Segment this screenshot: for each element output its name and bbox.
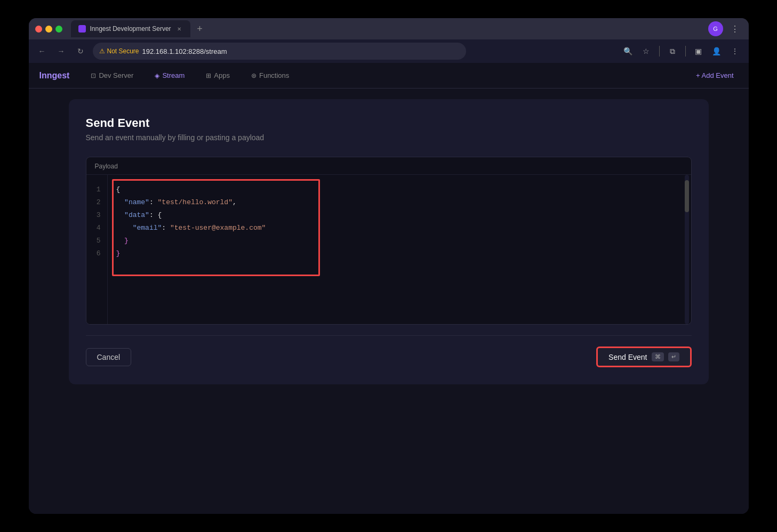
tab-bar: Inngest Development Server ✕ + — [71, 20, 704, 37]
scrollbar-thumb[interactable] — [685, 180, 689, 212]
browser-frame: Inngest Development Server ✕ + G ⋮ ← → ↻… — [29, 18, 749, 514]
new-tab-button[interactable]: + — [193, 21, 207, 36]
cancel-button[interactable]: Cancel — [86, 348, 132, 366]
security-warning: ⚠ Not Secure — [99, 47, 139, 55]
line-num-3: 3 — [93, 209, 101, 222]
code-editor[interactable]: 1 2 3 4 5 6 { — [86, 175, 691, 324]
active-tab[interactable]: Inngest Development Server ✕ — [71, 20, 190, 37]
title-bar: Inngest Development Server ✕ + G ⋮ — [29, 18, 749, 39]
payload-editor[interactable]: Payload 1 2 3 4 5 6 — [86, 157, 692, 325]
token-key-data: "data" — [124, 209, 149, 222]
main-content: Send Event Send an event manually by fil… — [29, 88, 749, 514]
traffic-lights — [35, 26, 62, 33]
toolbar-divider-2 — [685, 46, 686, 57]
line-numbers: 1 2 3 4 5 6 — [86, 175, 108, 324]
token-string-name: "test/hello.world" — [158, 196, 233, 209]
cmd-shortcut: ⌘ — [652, 352, 664, 361]
token-indent — [116, 209, 125, 222]
toolbar-divider — [659, 46, 660, 57]
back-button[interactable]: ← — [35, 44, 49, 58]
functions-icon: ⊛ — [251, 72, 257, 79]
scrollbar-track[interactable] — [685, 175, 689, 324]
forward-button[interactable]: → — [54, 44, 68, 58]
nav-label-stream: Stream — [162, 71, 185, 79]
token: : — [162, 222, 170, 235]
minimize-button[interactable] — [45, 26, 52, 33]
app-nav: Inngest ⊡ Dev Server ◈ Stream ⊞ Apps ⊛ F… — [29, 63, 749, 88]
line-num-6: 6 — [93, 247, 101, 260]
token: { — [116, 183, 121, 196]
url-bar[interactable]: ⚠ Not Secure 192.168.1.102:8288/stream — [93, 43, 466, 60]
token-key-email: "email" — [133, 222, 162, 235]
more-options-icon[interactable]: ⋮ — [727, 21, 742, 36]
app-logo: Inngest — [39, 71, 70, 80]
extensions-icon[interactable]: ⧉ — [665, 44, 680, 59]
token: : — [149, 196, 158, 209]
page-title: Send Event — [86, 116, 692, 130]
token: { — [158, 209, 162, 222]
line-num-2: 2 — [93, 196, 101, 209]
token: : — [149, 209, 158, 222]
footer-bar: Cancel Send Event ⌘ ↵ — [86, 335, 692, 367]
enter-shortcut: ↵ — [668, 352, 679, 361]
close-button[interactable] — [35, 26, 42, 33]
url-text: 192.168.1.102:8288/stream — [142, 47, 227, 55]
nav-item-stream[interactable]: ◈ Stream — [150, 69, 189, 82]
token-closing-brace: } — [124, 235, 129, 247]
nav-label-dev-server: Dev Server — [99, 71, 133, 79]
search-icon[interactable]: 🔍 — [621, 44, 636, 59]
token: , — [233, 196, 237, 209]
page-subtitle: Send an event manually by filling or pas… — [86, 133, 692, 142]
code-line-5: } — [116, 235, 676, 247]
nav-item-apps[interactable]: ⊞ Apps — [202, 69, 234, 82]
line-num-1: 1 — [93, 183, 101, 196]
nav-item-functions[interactable]: ⊛ Functions — [247, 69, 293, 82]
send-event-button[interactable]: Send Event ⌘ ↵ — [596, 346, 691, 367]
tab-close-icon[interactable]: ✕ — [175, 25, 183, 33]
nav-item-dev-server[interactable]: ⊡ Dev Server — [86, 69, 138, 82]
payload-label: Payload — [86, 157, 691, 175]
tab-favicon — [78, 25, 86, 33]
send-event-label: Send Event — [608, 353, 647, 361]
apps-icon: ⊞ — [206, 72, 211, 79]
cast-icon[interactable]: ▣ — [691, 44, 706, 59]
profile-button[interactable]: G — [708, 21, 723, 36]
add-event-button[interactable]: + Add Event — [692, 69, 738, 82]
account-icon[interactable]: 👤 — [709, 44, 724, 59]
code-line-2: "name" : "test/hello.world" , — [116, 196, 676, 209]
reload-button[interactable]: ↻ — [74, 44, 87, 58]
token-key-name: "name" — [124, 196, 149, 209]
line-num-4: 4 — [93, 222, 101, 235]
browser-menu-icon[interactable]: ⋮ — [727, 44, 742, 59]
line-num-5: 5 — [93, 235, 101, 247]
nav-label-functions: Functions — [259, 71, 289, 79]
token-indent — [116, 222, 133, 235]
token-indent — [116, 235, 125, 247]
token-string-email: "test-user@example.com" — [170, 222, 266, 235]
token-indent — [116, 196, 125, 209]
dev-server-icon: ⊡ — [91, 72, 96, 79]
code-line-6: } — [116, 247, 676, 260]
not-secure-label: Not Secure — [107, 47, 139, 55]
toolbar-icons: 🔍 ☆ ⧉ ▣ 👤 ⋮ — [621, 44, 742, 59]
page-card: Send Event Send an event manually by fil… — [69, 99, 709, 384]
code-content[interactable]: { "name" : "test/hello.world" , — [108, 175, 685, 324]
nav-label-apps: Apps — [214, 71, 230, 79]
stream-icon: ◈ — [155, 72, 159, 79]
maximize-button[interactable] — [55, 26, 62, 33]
bookmark-icon[interactable]: ☆ — [639, 44, 654, 59]
warning-icon: ⚠ — [99, 47, 105, 55]
tab-title: Inngest Development Server — [90, 25, 171, 33]
address-bar: ← → ↻ ⚠ Not Secure 192.168.1.102:8288/st… — [29, 39, 749, 63]
token-root-closing-brace: } — [116, 247, 121, 260]
code-line-4: "email" : "test-user@example.com" — [116, 222, 676, 235]
code-line-1: { — [116, 183, 676, 196]
code-line-3: "data" : { — [116, 209, 676, 222]
